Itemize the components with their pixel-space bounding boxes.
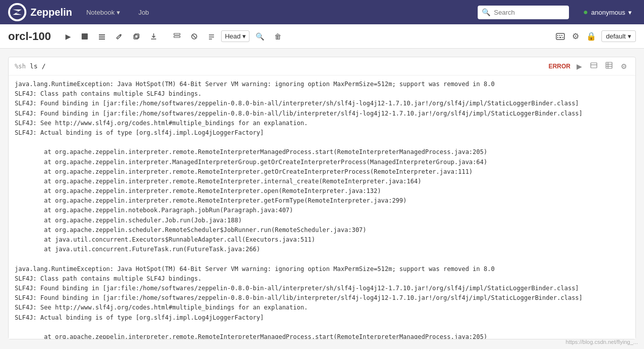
- lock-btn[interactable]: 🔒: [584, 29, 598, 43]
- cell-hide-code-btn[interactable]: [588, 61, 599, 71]
- user-menu[interactable]: ● anonymous ▾: [579, 6, 636, 19]
- disable-run-btn[interactable]: [187, 29, 202, 44]
- svg-rect-6: [134, 35, 138, 39]
- cell-table-btn[interactable]: [603, 61, 615, 71]
- svg-line-12: [193, 35, 196, 38]
- svg-rect-7: [135, 34, 139, 38]
- clone-button[interactable]: [129, 29, 144, 44]
- search-icon: 🔍: [482, 8, 490, 16]
- keyboard-shortcuts-btn[interactable]: [554, 30, 567, 43]
- brand-name: Zeppelin: [30, 7, 72, 18]
- svg-rect-20: [557, 37, 558, 38]
- toggle-all-editor-btn[interactable]: [204, 29, 219, 44]
- edit-button[interactable]: [112, 29, 127, 44]
- note-settings-btn[interactable]: [169, 29, 185, 44]
- notebook-title: orcl-100: [8, 30, 51, 43]
- svg-rect-21: [559, 37, 561, 38]
- head-label: Head: [225, 32, 240, 40]
- delete-notebook-btn[interactable]: 🗑: [270, 29, 285, 44]
- clear-output-button[interactable]: [94, 29, 110, 44]
- zeppelin-logo: [8, 3, 26, 21]
- svg-rect-23: [591, 63, 597, 68]
- default-label: default: [606, 32, 626, 40]
- svg-rect-4: [99, 36, 105, 37]
- svg-rect-18: [559, 35, 560, 36]
- navbar: Zeppelin Notebook ▾ Job 🔍 ● anonymous ▾: [0, 0, 644, 24]
- svg-rect-5: [99, 38, 105, 40]
- svg-rect-19: [561, 35, 562, 36]
- main-content: %sh ls / ERROR ▶ ⚙ java.lang.RuntimeExce…: [0, 49, 644, 349]
- cell-settings-btn[interactable]: ⚙: [619, 61, 629, 71]
- version-head-dropdown[interactable]: Head ▾: [221, 30, 249, 42]
- default-dropdown-arrow: ▾: [628, 32, 631, 40]
- notebook-toolbar: orcl-100 ▶ Head ▾ 🔍 🗑 ⚙ 🔒 default ▾: [0, 24, 644, 49]
- svg-rect-3: [99, 34, 105, 35]
- search-in-notebook-btn[interactable]: 🔍: [252, 29, 268, 44]
- svg-rect-17: [557, 35, 558, 36]
- svg-rect-16: [556, 33, 564, 40]
- svg-rect-10: [174, 36, 180, 37]
- cell-type: %sh: [15, 63, 26, 70]
- svg-rect-25: [606, 62, 612, 68]
- run-all-button[interactable]: ▶: [61, 29, 75, 44]
- nav-notebook[interactable]: Notebook ▾: [82, 7, 124, 18]
- brand-logo-area[interactable]: Zeppelin: [8, 3, 72, 21]
- cell-code: ls /: [30, 60, 46, 72]
- cell-header-right: ERROR ▶ ⚙: [549, 61, 629, 71]
- toolbar-right: ⚙ 🔒 default ▾: [554, 29, 636, 43]
- interpreter-default-dropdown[interactable]: default ▾: [601, 30, 636, 42]
- export-button[interactable]: [146, 29, 161, 44]
- stop-button[interactable]: [77, 29, 92, 44]
- cell-status-badge: ERROR: [549, 63, 570, 70]
- nav-job[interactable]: Job: [134, 7, 153, 18]
- cell-output[interactable]: java.lang.RuntimeException: Java HotSpot…: [9, 75, 635, 339]
- svg-rect-9: [174, 33, 180, 35]
- cell-1: %sh ls / ERROR ▶ ⚙ java.lang.RuntimeExce…: [8, 57, 636, 339]
- svg-rect-2: [82, 33, 88, 40]
- svg-rect-22: [562, 37, 563, 38]
- watermark: https://blog.csdn.net/flying_...: [566, 339, 638, 345]
- cell-run-btn[interactable]: ▶: [575, 61, 584, 71]
- username: anonymous: [591, 9, 625, 16]
- search-input[interactable]: [478, 6, 569, 19]
- cell-header: %sh ls / ERROR ▶ ⚙: [9, 57, 635, 75]
- user-status-dot: ●: [583, 8, 588, 17]
- output-text: java.lang.RuntimeException: Java HotSpot…: [15, 80, 629, 339]
- search-wrapper: 🔍: [478, 6, 569, 19]
- settings-btn[interactable]: ⚙: [570, 29, 581, 43]
- head-dropdown-arrow: ▾: [242, 32, 246, 40]
